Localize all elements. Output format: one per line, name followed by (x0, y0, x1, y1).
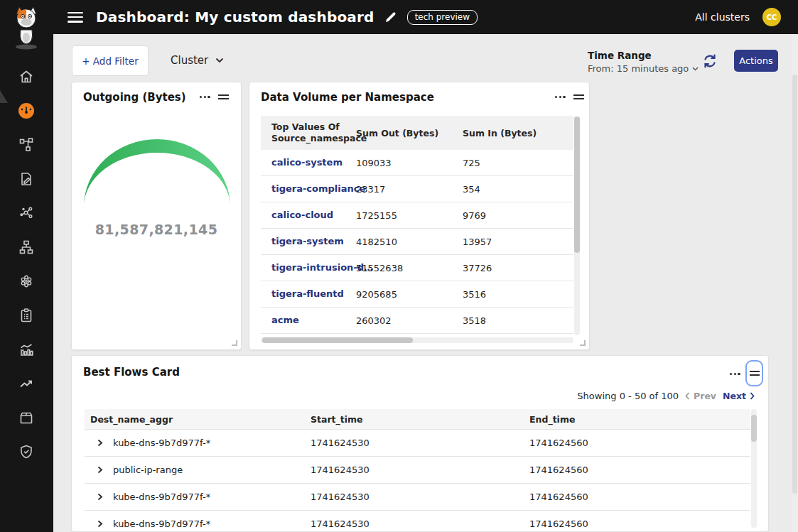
table-row: calico-cloud 1725155 9769 (261, 202, 573, 229)
avatar[interactable]: CC (762, 8, 781, 26)
edit-title-pencil-icon[interactable] (384, 11, 397, 23)
table-horizontal-scrollbar[interactable] (261, 337, 573, 343)
end-time: 1741624560 (529, 465, 750, 475)
namespace-link[interactable]: acme (271, 315, 299, 325)
expand-chevron-icon[interactable] (96, 493, 104, 501)
best-flows-card: Best Flows Card Showing 0 - 50 of 100 Pr… (71, 355, 769, 532)
scrollbar-thumb[interactable] (574, 116, 580, 253)
sum-in-value: 13957 (463, 237, 573, 247)
honeycomb-icon[interactable] (16, 271, 37, 292)
chevron-down-icon (215, 58, 224, 63)
scrollbar-thumb[interactable] (751, 415, 757, 442)
next-page-button[interactable]: Next (723, 391, 755, 401)
cluster-dropdown-label: Cluster (171, 54, 208, 67)
end-time: 1741624560 (529, 519, 750, 529)
table-row-expandable[interactable]: kube-dns-9b7d977f-* 1741624530 174162456… (85, 430, 750, 457)
table-vertical-scrollbar[interactable] (751, 409, 757, 528)
home-icon[interactable] (16, 66, 37, 87)
expand-chevron-icon[interactable] (96, 466, 104, 474)
time-range-control: Time Range From: 15 minutes ago (588, 50, 699, 74)
flows-icon[interactable] (16, 202, 37, 224)
card-drag-handle-focused[interactable] (745, 360, 763, 386)
dest-name: public-ip-range (113, 465, 183, 475)
sum-in-value: 37726 (463, 263, 573, 273)
time-range-label: Time Range (588, 50, 699, 61)
dest-name: kube-dns-9b7d977f-* (113, 519, 210, 529)
service-graph-icon[interactable] (16, 134, 37, 156)
start-time: 1741624530 (311, 519, 529, 529)
sum-in-value: 3518 (463, 315, 573, 326)
table-row-expandable[interactable]: kube-dns-9b7d977f-* 1741624530 174162456… (85, 511, 750, 532)
column-header: End_time (529, 414, 750, 425)
trend-arrow-icon[interactable] (16, 373, 37, 394)
sum-out-value: 4182510 (356, 237, 463, 247)
chevron-down-icon (692, 67, 699, 71)
sum-out-value: 1725155 (356, 210, 463, 221)
sum-in-value: 3516 (463, 289, 573, 300)
page-vertical-scrollbar[interactable] (792, 34, 798, 532)
data-volume-card: Data Volume per Namespace Top Values Of … (249, 82, 590, 350)
start-time: 1741624530 (311, 492, 529, 502)
all-clusters-selector[interactable]: All clusters (695, 11, 750, 23)
card-drag-handle-icon[interactable] (571, 92, 587, 102)
dest-name: kube-dns-9b7d977f-* (113, 438, 210, 448)
sum-out-value: 260302 (356, 315, 463, 326)
column-header: Dest_name_aggr (85, 414, 311, 425)
table-header-row: Top Values Of Source_namespace Sum Out (… (261, 116, 573, 150)
showing-range-text: Showing 0 - 50 of 100 (577, 391, 679, 401)
start-time: 1741624530 (311, 465, 529, 475)
card-resize-handle[interactable] (232, 340, 237, 346)
table-row-expandable[interactable]: kube-dns-9b7d977f-* 1741624530 174162456… (85, 484, 750, 511)
box-icon[interactable] (16, 407, 37, 428)
sum-in-value: 354 (463, 184, 573, 195)
card-menu-ellipsis-icon[interactable] (727, 370, 743, 378)
chevron-right-icon (750, 392, 755, 400)
cluster-dropdown[interactable]: Cluster (171, 54, 224, 67)
card-menu-ellipsis-icon[interactable] (197, 93, 213, 101)
prev-page-button[interactable]: Prev (685, 391, 716, 401)
sitemap-icon[interactable] (16, 237, 37, 258)
end-time: 1741624560 (529, 492, 750, 502)
table-vertical-scrollbar[interactable] (574, 116, 580, 335)
card-resize-handle[interactable] (580, 340, 586, 346)
sidebar (0, 0, 53, 532)
add-filter-button[interactable]: + Add Filter (72, 45, 149, 76)
policy-edit-icon[interactable] (16, 168, 37, 190)
refresh-icon[interactable] (701, 53, 718, 70)
expand-chevron-icon[interactable] (96, 439, 104, 447)
card-title: Data Volume per Namespace (261, 91, 434, 104)
outgoing-bytes-card: Outgoing (Bytes) 81,587,821,145 (71, 82, 242, 350)
gauge-value: 81,587,821,145 (72, 222, 241, 237)
shield-check-icon[interactable] (16, 441, 37, 462)
table-header-row: Dest_name_aggr Start_time End_time (85, 409, 750, 430)
table-row: tigera-intrusion-d… 51552638 37726 (261, 255, 573, 281)
scrollbar-thumb[interactable] (792, 75, 797, 494)
namespace-link[interactable]: tigera-compliance (271, 183, 365, 194)
sum-out-value: 23317 (356, 184, 463, 195)
table-row: tigera-compliance 23317 354 (261, 176, 573, 202)
card-drag-handle-icon[interactable] (215, 92, 232, 102)
table-row: tigera-fluentd 9205685 3516 (261, 281, 573, 308)
namespace-link[interactable]: calico-cloud (271, 210, 333, 220)
namespace-link[interactable]: tigera-fluentd (271, 288, 344, 299)
scrollbar-thumb[interactable] (262, 337, 413, 343)
menu-hamburger-icon[interactable] (68, 12, 83, 23)
actions-button[interactable]: Actions (734, 50, 778, 72)
card-menu-ellipsis-icon[interactable] (552, 93, 568, 101)
expand-chevron-icon[interactable] (96, 520, 104, 528)
table-row: acme 260302 3518 (261, 308, 573, 334)
bar-chart-icon[interactable] (16, 339, 37, 360)
namespace-link[interactable]: calico-system (271, 157, 343, 168)
pagination: Showing 0 - 50 of 100 Prev Next (577, 391, 755, 401)
clipboard-icon[interactable] (16, 305, 37, 326)
sum-out-value: 109033 (356, 158, 463, 168)
page-title: Dashboard: My custom dashboard (96, 9, 374, 26)
column-header: Start_time (311, 414, 529, 425)
calico-cat-logo[interactable] (9, 6, 44, 51)
gauge-icon[interactable] (16, 100, 37, 121)
table-row-expandable[interactable]: public-ip-range 1741624530 1741624560 (85, 457, 750, 484)
namespace-link[interactable]: tigera-system (271, 236, 344, 246)
column-header: Sum Out (Bytes) (356, 128, 463, 139)
time-range-value-dropdown[interactable]: From: 15 minutes ago (588, 63, 699, 74)
best-flows-table: Dest_name_aggr Start_time End_time kube-… (85, 409, 750, 532)
